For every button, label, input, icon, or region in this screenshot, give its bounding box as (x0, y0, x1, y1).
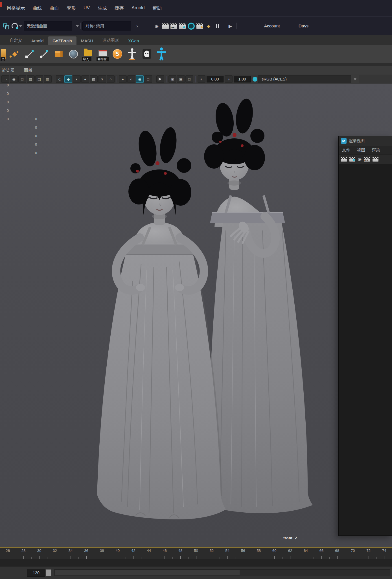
exposure-field[interactable]: 0.00 (207, 76, 224, 82)
time-slider[interactable]: 2628303234363840424446485052545658606264… (0, 547, 392, 559)
shelf-tab-arnold[interactable]: Arnold (27, 36, 48, 45)
timeline-frame-cell[interactable]: 34 (63, 548, 78, 559)
panel-menu-item[interactable]: 渲染器 (2, 68, 14, 73)
shelf-namespace-button[interactable]: 名称空.. (97, 47, 109, 61)
shelf-skeleton-button[interactable] (155, 47, 168, 61)
gamma-field[interactable]: 1.00 (234, 76, 251, 82)
character-back[interactable] (204, 98, 313, 513)
wireframe-cube-icon[interactable]: ◇ (56, 75, 64, 83)
timeline-frame-cell[interactable]: 26 (0, 548, 16, 559)
light-icon[interactable]: ☀ (98, 75, 106, 83)
symmetry-dropdown[interactable]: 对称: 禁用 (82, 21, 131, 31)
end-frame-field[interactable]: 120 (27, 569, 45, 577)
timeline-frame-cell[interactable]: 48 (172, 548, 188, 559)
render-icon[interactable] (341, 157, 347, 162)
shelf-partial-icon[interactable]: 当 (1, 47, 6, 61)
clipped-tool-icon[interactable] (373, 157, 378, 162)
timeline-frame-cell[interactable]: 60 (267, 548, 282, 559)
timeline-frame-cell[interactable]: 28 (16, 548, 32, 559)
menu-item[interactable]: Arnold (128, 4, 148, 13)
timeline-frame-cell[interactable]: 54 (220, 548, 235, 559)
rect-icon[interactable]: ▭ (1, 75, 9, 83)
shelf-polycube-icon[interactable] (52, 47, 65, 61)
playblast-icon[interactable] (187, 22, 195, 30)
shelf-tab-gozbrush[interactable]: GoZBrush (48, 36, 76, 45)
flat-display-icon[interactable]: □ (144, 75, 152, 83)
timeline-frame-cell[interactable]: 56 (235, 548, 251, 559)
colorspace-dropdown[interactable]: sRGB (ACES) (259, 75, 351, 83)
timeline-frame-cell[interactable]: 68 (329, 548, 345, 559)
half-shade-icon[interactable]: ◐ (73, 75, 81, 83)
render-view-canvas[interactable] (339, 164, 392, 536)
cursor-icon[interactable] (156, 75, 164, 83)
render-view-menu-item[interactable]: 文件 (342, 147, 350, 153)
timeline-frame-cell[interactable]: 70 (345, 548, 361, 559)
timeline-frame-cell[interactable]: 44 (141, 548, 157, 559)
pane-layout-alt-icon[interactable]: ▣ (177, 75, 185, 83)
menu-item[interactable]: 网格显示 (3, 4, 29, 13)
days-link[interactable]: Days (299, 23, 308, 29)
render-view-menu-item[interactable]: 渲染 (372, 147, 380, 153)
shelf-tab-custom[interactable]: 自定义 (5, 36, 27, 45)
menu-item[interactable]: 曲面 (46, 4, 63, 13)
eye-icon[interactable]: ◉ (153, 22, 161, 30)
film-gate-icon[interactable]: ▤ (35, 75, 43, 83)
play-icon[interactable]: ▶ (226, 22, 234, 30)
chevron-down-icon[interactable] (19, 25, 22, 28)
timeline-frame-cell[interactable]: 38 (94, 548, 110, 559)
timeline-frame-cell[interactable]: 62 (282, 548, 298, 559)
range-slider-bar[interactable] (54, 569, 390, 576)
color-managed-icon[interactable] (253, 77, 257, 82)
shelf-curve-cv-tool-icon[interactable] (38, 47, 50, 61)
shelf-tab-motion-graphics[interactable]: 运动图形 (98, 36, 124, 45)
timeline-frame-cell[interactable]: 32 (47, 548, 63, 559)
menu-item[interactable]: UV (80, 4, 94, 13)
checker-icon[interactable]: ▩ (90, 75, 98, 83)
render-view-menu-item[interactable]: 视图 (357, 147, 365, 153)
redo-render-icon[interactable] (349, 157, 355, 162)
timeline-frame-cell[interactable]: 36 (78, 548, 94, 559)
render-settings-icon[interactable] (196, 23, 203, 29)
menu-item[interactable]: 曲线 (29, 4, 46, 13)
shelf-sphere-icon[interactable] (67, 47, 80, 61)
timeline-frame-cell[interactable]: 52 (204, 548, 220, 559)
menu-item[interactable]: 缓存 (111, 4, 128, 13)
shelf-tab-xgen[interactable]: XGen (124, 36, 143, 45)
viewport[interactable]: 00000 00000 (0, 84, 392, 547)
timeline-frame-cell[interactable]: 50 (188, 548, 204, 559)
shelf-import-button[interactable]: 导入.. (82, 47, 94, 61)
timeline-frame-cell[interactable]: 30 (31, 548, 47, 559)
menu-item[interactable]: 生成 (94, 4, 111, 13)
timeline-frame-cell[interactable]: 66 (314, 548, 329, 559)
render-view-titlebar[interactable]: M 渲染视图 (339, 136, 392, 146)
dark-sphere-icon[interactable]: ● (81, 75, 89, 83)
timeline-frame-cell[interactable]: 64 (298, 548, 314, 559)
character-models[interactable] (0, 84, 392, 547)
shelf-mask-button[interactable] (141, 47, 153, 61)
pause-icon[interactable] (214, 22, 222, 30)
gamma-icon[interactable]: ◑ (225, 75, 233, 83)
textured-display-icon[interactable]: ◉ (136, 75, 144, 83)
chevron-down-icon[interactable] (76, 25, 79, 28)
menu-item[interactable]: 变形 (63, 4, 80, 13)
sphere-a-icon[interactable]: ● (119, 75, 127, 83)
hypershade-icon[interactable]: ◆ (205, 22, 213, 30)
active-surface-field[interactable]: 无激活曲面 (24, 21, 72, 31)
shelf-curve-point-tool-icon[interactable] (23, 47, 36, 61)
pane-layout-icon[interactable]: ▣ (168, 75, 176, 83)
snapshot-camera-icon[interactable]: ◉ (358, 157, 362, 162)
construction-history-icon[interactable] (11, 22, 19, 30)
target-icon[interactable]: ◉ (10, 75, 18, 83)
ipr-render-region-icon[interactable]: IPR (364, 157, 370, 162)
shaded-cube-icon[interactable]: ◆ (64, 75, 72, 83)
render-current-frame-icon[interactable] (162, 23, 169, 29)
square-icon[interactable]: □ (18, 75, 26, 83)
exposure-icon[interactable]: ◐ (198, 75, 205, 83)
shelf-diamond-cluster-icon[interactable]: ◆◆◆ (8, 47, 21, 61)
grid-icon[interactable]: ▦ (27, 75, 35, 83)
range-slider-range[interactable] (55, 570, 240, 575)
panel-menu-item[interactable]: 面板 (24, 68, 32, 73)
ipr-render-icon[interactable]: IPR (170, 23, 177, 29)
expand-pane-icon[interactable]: □ (185, 75, 193, 83)
render-sequence-icon[interactable] (179, 23, 186, 29)
